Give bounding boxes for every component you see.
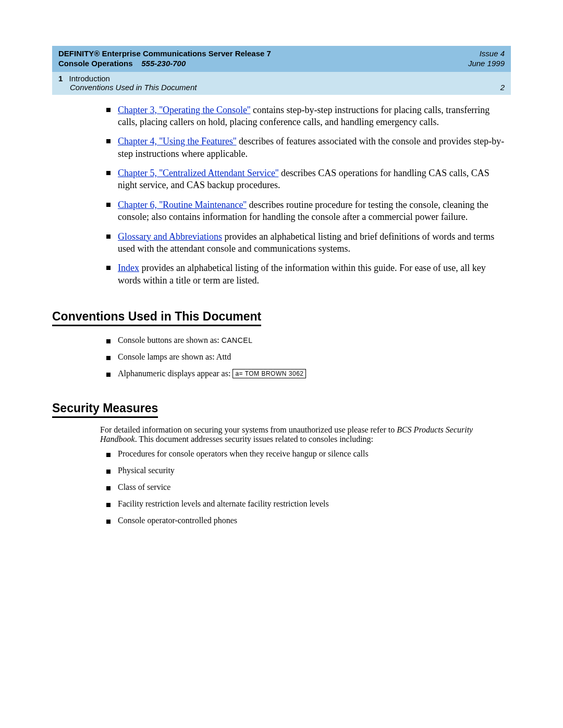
list-item: Console lamps are shown as: Attd [118, 352, 511, 362]
list-item: Chapter 6, ''Routine Maintenance'' descr… [118, 199, 511, 224]
list-item: Chapter 4, ''Using the Features'' descri… [118, 135, 511, 160]
chapter-link[interactable]: Chapter 6, ''Routine Maintenance'' [118, 200, 247, 210]
list-item: Chapter 5, ''Centralized Attendant Servi… [118, 167, 511, 192]
chapter-link[interactable]: Index [118, 263, 139, 273]
display-sample: a= TOM BROWN 3062 [232, 369, 306, 378]
security-section: Security Measures For detailed informati… [52, 386, 511, 525]
list-item: Index provides an alphabetical listing o… [118, 262, 511, 287]
list-text: Console operator-controlled phones [118, 516, 237, 525]
list-item: Facility restriction levels and alternat… [118, 499, 511, 509]
intro-pre: For detailed information on securing you… [100, 425, 397, 434]
chapter-link[interactable]: Glossary and Abbreviations [118, 231, 222, 242]
list-text: Alphanumeric displays appear as: [118, 369, 232, 378]
page: DEFINITY® Enterprise Communications Serv… [0, 0, 563, 728]
product-title: DEFINITY® Enterprise Communications Serv… [58, 49, 271, 59]
security-heading: Security Measures [52, 401, 158, 418]
list-item: Console operator-controlled phones [118, 516, 511, 525]
chapter-title: Introduction [69, 74, 110, 83]
list-text: Console buttons are shown as: [118, 336, 222, 344]
chapter-number: 1 [58, 74, 63, 83]
breadcrumb: 1 Introduction Conventions Used in This … [58, 74, 197, 92]
doc-line: Console Operations 555-230-700 [58, 59, 271, 69]
list-item: Procedures for console operators when th… [118, 449, 511, 459]
date-label: June 1999 [468, 59, 505, 69]
running-section: Conventions Used in This Document [70, 83, 197, 92]
list-item: Glossary and Abbreviations provides an a… [118, 231, 511, 255]
chapter-link[interactable]: Chapter 3, ''Operating the Console'' [118, 105, 250, 115]
page-number: 2 [500, 83, 505, 92]
list-item: Class of service [118, 483, 511, 492]
list-text: Facility restriction levels and alternat… [118, 499, 329, 508]
doc-number: 555-230-700 [141, 59, 186, 68]
list-text: provides an alphabetical listing of the … [118, 263, 486, 285]
intro-post: . This document addresses security issue… [135, 435, 373, 443]
chapter-link[interactable]: Chapter 5, ''Centralized Attendant Servi… [118, 168, 278, 178]
header-top-bar: DEFINITY® Enterprise Communications Serv… [52, 46, 511, 72]
list-item: Alphanumeric displays appear as: a= TOM … [118, 369, 511, 378]
chapter-link[interactable]: Chapter 4, ''Using the Features'' [118, 136, 236, 146]
security-intro: For detailed information on securing you… [100, 425, 511, 444]
overview-list: Chapter 3, ''Operating the Console'' con… [100, 104, 511, 287]
conventions-heading: Conventions Used in This Document [52, 310, 261, 326]
list-text: Class of service [118, 483, 170, 491]
list-text: Procedures for console operators when th… [118, 449, 369, 458]
header-sub-bar: 1 Introduction Conventions Used in This … [52, 72, 511, 95]
conventions-section: Conventions Used in This Document Consol… [52, 294, 511, 378]
header-right: Issue 4 June 1999 [468, 49, 505, 69]
header-left: DEFINITY® Enterprise Communications Serv… [58, 49, 271, 69]
list-text: Console lamps are shown as: Attd [118, 352, 231, 361]
button-sample: CANCEL [222, 336, 253, 344]
section-name: Console Operations [58, 59, 133, 68]
list-item: Physical security [118, 466, 511, 475]
list-text: Physical security [118, 466, 175, 475]
issue-label: Issue 4 [468, 49, 505, 59]
list-item: Console buttons are shown as: CANCEL [118, 336, 511, 345]
list-item: Chapter 3, ''Operating the Console'' con… [118, 104, 511, 129]
